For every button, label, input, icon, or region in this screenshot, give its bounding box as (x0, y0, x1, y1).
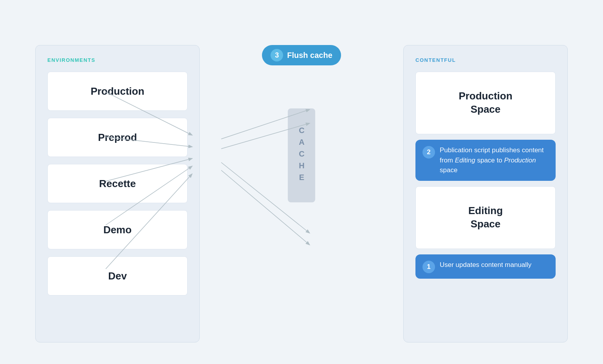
env-production-text: Production (90, 85, 144, 97)
env-preprod-text: Preprod (98, 132, 137, 144)
badge-1-number: 1 (422, 261, 435, 273)
production-space-box: ProductionSpace (415, 72, 556, 134)
flush-cache-badge: 3 Flush cache (262, 45, 341, 65)
cache-text: CACHE (297, 126, 306, 185)
badge-1-text: User updates content manually (440, 260, 531, 270)
editing-space-box: EditingSpace (415, 186, 556, 249)
env-box-demo: Demo (47, 210, 188, 249)
flush-cache-label: Flush cache (287, 51, 332, 60)
env-box-recette: Recette (47, 164, 188, 203)
contentful-panel: CONTENTFUL ProductionSpace 2 Publication… (403, 45, 568, 342)
editing-space-text: EditingSpace (468, 204, 503, 231)
production-space-text: ProductionSpace (459, 90, 512, 116)
badge-2-number: 2 (422, 146, 435, 159)
publication-script-badge: 2 Publication script publishes content f… (415, 140, 556, 181)
user-updates-badge: 1 User updates content manually (415, 254, 556, 279)
diagram-container: ENVIRONMENTS Production Preprod Recette … (20, 14, 583, 350)
env-box-production: Production (47, 72, 188, 111)
flush-cache-number: 3 (271, 49, 283, 61)
env-box-preprod: Preprod (47, 118, 188, 157)
cache-box: CACHE (288, 108, 315, 202)
badge-2-text: Publication script publishes content fro… (440, 145, 549, 175)
environments-panel: ENVIRONMENTS Production Preprod Recette … (35, 45, 200, 342)
env-dev-text: Dev (108, 270, 127, 282)
env-recette-text: Recette (99, 178, 136, 190)
env-box-dev: Dev (47, 256, 188, 296)
contentful-label: CONTENTFUL (415, 57, 556, 63)
env-demo-text: Demo (103, 224, 132, 236)
environments-label: ENVIRONMENTS (47, 57, 188, 63)
